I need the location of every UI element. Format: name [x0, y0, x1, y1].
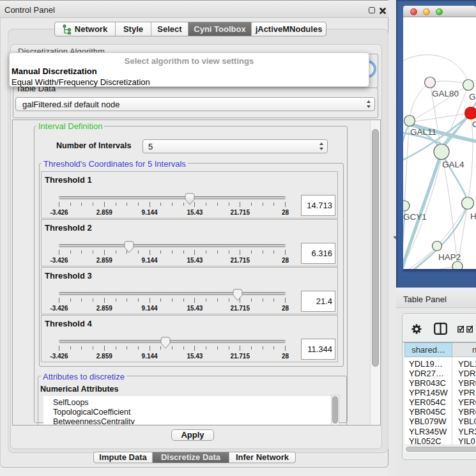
svg-text:GAL4: GAL4 [442, 160, 464, 169]
svg-text:C: C [472, 119, 476, 129]
svg-text:GCY1: GCY1 [403, 212, 427, 222]
svg-text:GAL80: GAL80 [432, 89, 459, 98]
svg-text:HAP2: HAP2 [438, 252, 461, 262]
svg-text:GAL11: GAL11 [410, 127, 436, 137]
svg-text:H: H [470, 211, 476, 221]
svg-text:GA: GA [469, 92, 476, 102]
